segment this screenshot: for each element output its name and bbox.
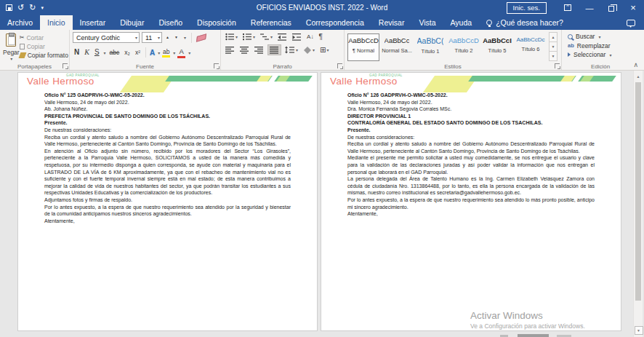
minimize-button[interactable]: — bbox=[579, 0, 600, 15]
bold-button[interactable]: N bbox=[73, 48, 81, 57]
ribbon-display-options-button[interactable] bbox=[557, 0, 579, 15]
document-area[interactable]: GAD PARROQUIAL Valle Hermoso Oficio N° 1… bbox=[0, 71, 644, 337]
line-spacing-button[interactable]: ▾ bbox=[283, 45, 299, 55]
paragraph: Mediante el presente me permito solicita… bbox=[347, 154, 595, 175]
tab-vista[interactable]: Vista bbox=[411, 15, 443, 30]
justify-button[interactable] bbox=[267, 44, 281, 55]
superscript-button[interactable]: x² bbox=[134, 49, 142, 57]
tab-ayuda[interactable]: Ayuda bbox=[443, 15, 480, 30]
close-button[interactable]: × bbox=[622, 0, 644, 15]
clipboard-dialog-launcher-icon[interactable] bbox=[63, 63, 68, 68]
cut-button[interactable]: ✂Cortar bbox=[20, 34, 68, 41]
sign-in-button[interactable]: Inic. ses. bbox=[507, 2, 547, 14]
tab-diseno[interactable]: Diseño bbox=[151, 15, 190, 30]
sort-button[interactable]: A↓ bbox=[305, 33, 315, 41]
change-case-button[interactable]: ▾ bbox=[182, 35, 188, 41]
styles-scroll-down-icon[interactable]: ▼ bbox=[550, 42, 557, 52]
shrink-font-button[interactable]: ▼ bbox=[173, 35, 180, 40]
bullets-button[interactable]: ▾ bbox=[224, 32, 239, 41]
numbering-button[interactable]: ▾ bbox=[241, 32, 257, 41]
replace-button[interactable]: abReemplazar bbox=[568, 42, 636, 49]
font-color-button[interactable]: A bbox=[177, 47, 185, 58]
format-painter-button[interactable]: Copiar formato bbox=[20, 52, 68, 59]
recipient-title: PREFECTA PROVINCIAL DE SANTO DOMINGO DE … bbox=[44, 113, 291, 120]
paragraph: Reciba un cordial y atento saludo a nomb… bbox=[347, 140, 595, 154]
paragraph-dialog-launcher-icon[interactable] bbox=[337, 63, 342, 68]
text-effects-dropdown-icon[interactable]: ▾ bbox=[158, 50, 160, 55]
letter-body[interactable]: Oficio N° 125 GADPRVH-O-WMC-05-2022. Val… bbox=[18, 92, 317, 224]
tab-disposicion[interactable]: Disposición bbox=[190, 15, 243, 30]
style-titulo-5[interactable]: AaBbCcITítulo 5 bbox=[481, 33, 513, 61]
letter-body[interactable]: Oficio N° 126 GADPRVH-O-WMC-05-2022. Val… bbox=[321, 92, 621, 218]
save-icon[interactable] bbox=[6, 4, 12, 11]
styles-more-icon[interactable]: ▼ bbox=[550, 52, 557, 60]
recipient-institution: CONTRALORÍA GENERAL DEL ESTADO SANTO DOM… bbox=[347, 119, 595, 127]
decrease-indent-button[interactable] bbox=[276, 32, 289, 41]
font-color-dropdown-icon[interactable]: ▾ bbox=[188, 50, 190, 55]
text-effects-button[interactable]: A bbox=[150, 49, 155, 57]
align-left-button[interactable] bbox=[224, 45, 236, 55]
highlight-button[interactable]: ab bbox=[162, 48, 170, 58]
paste-button[interactable]: Pegar ▾ bbox=[3, 32, 20, 61]
highlight-dropdown-icon[interactable]: ▾ bbox=[173, 50, 175, 55]
borders-button[interactable]: ⊞▾ bbox=[318, 46, 330, 55]
shading-button[interactable]: ▾ bbox=[302, 45, 316, 55]
paragraph: Adjuntamos fotos y firmas de respaldo. bbox=[44, 197, 291, 204]
strikethrough-button[interactable]: abc bbox=[108, 49, 121, 57]
italic-button[interactable]: K bbox=[83, 48, 91, 57]
paste-dropdown-icon[interactable]: ▾ bbox=[10, 56, 12, 61]
select-button[interactable]: Seleccionar▾ bbox=[568, 51, 636, 58]
styles-gallery: AaBbCcD¶ Normal AaBbCcNormal Sa... AaBbC… bbox=[347, 32, 547, 61]
tell-me-box[interactable]: ¿Qué desea hacer? bbox=[479, 15, 571, 30]
style-normal-sa[interactable]: AaBbCcNormal Sa... bbox=[381, 33, 413, 61]
increase-indent-button[interactable] bbox=[291, 32, 303, 41]
clear-formatting-icon[interactable] bbox=[196, 33, 206, 41]
font-size-combobox[interactable]: 11▾ bbox=[142, 32, 162, 43]
scroll-up-icon[interactable]: ▲ bbox=[635, 72, 642, 81]
tab-referencias[interactable]: Referencias bbox=[243, 15, 299, 30]
underline-dropdown-icon[interactable]: ▾ bbox=[104, 50, 106, 55]
lightbulb-icon bbox=[486, 20, 492, 25]
style-titulo-6[interactable]: AaBbCcDcTítulo 6 bbox=[515, 33, 547, 61]
tab-insertar[interactable]: Insertar bbox=[73, 15, 113, 30]
vertical-scrollbar[interactable]: ▲ ▼ bbox=[633, 71, 643, 337]
collapse-ribbon-icon[interactable]: ∧ bbox=[633, 61, 638, 68]
paragraph: La persona delegada del Área de Talento … bbox=[347, 175, 595, 197]
qat-customize-icon[interactable]: ▾ bbox=[41, 5, 44, 10]
multilevel-list-button[interactable]: ▾ bbox=[259, 32, 274, 41]
font-dialog-launcher-icon[interactable] bbox=[214, 63, 219, 68]
word-window: ↺ ↻ ▾ OFICIOS ENVIADOS INST. 2022 - Word… bbox=[0, 0, 644, 337]
restore-button[interactable] bbox=[600, 0, 622, 15]
underline-button[interactable]: S bbox=[93, 48, 101, 57]
tab-revisar[interactable]: Revisar bbox=[371, 15, 412, 30]
tell-me-label: ¿Qué desea hacer? bbox=[496, 18, 563, 27]
tab-archivo[interactable]: Archivo bbox=[0, 15, 40, 30]
styles-scroll-up-icon[interactable]: ▲ bbox=[550, 33, 557, 42]
letterhead-logo: Valle Hermoso bbox=[27, 76, 94, 87]
redo-icon[interactable]: ↻ bbox=[29, 4, 36, 12]
tab-correspondencia[interactable]: Correspondencia bbox=[299, 15, 371, 30]
style-titulo-2[interactable]: AaBbCcDTítulo 2 bbox=[448, 33, 480, 61]
tab-dibujar[interactable]: Dibujar bbox=[113, 15, 151, 30]
recipient-present: Presente. bbox=[44, 119, 291, 127]
font-name-combobox[interactable]: Century Gothic▾ bbox=[73, 32, 140, 43]
align-right-button[interactable] bbox=[253, 45, 265, 55]
page-2[interactable]: GAD PARROQUIAL Valle Hermoso Oficio N° 1… bbox=[321, 72, 621, 331]
scrollbar-thumb[interactable] bbox=[635, 82, 641, 301]
style-normal[interactable]: AaBbCcD¶ Normal bbox=[347, 33, 379, 61]
undo-icon[interactable]: ↺ bbox=[17, 4, 24, 12]
tab-inicio[interactable]: Inicio bbox=[40, 15, 73, 30]
feedback-icon[interactable] bbox=[627, 20, 635, 26]
page-1[interactable]: GAD PARROQUIAL Valle Hermoso Oficio N° 1… bbox=[17, 72, 318, 331]
paragraph: Por lo antes expuesto, a la espera de qu… bbox=[347, 197, 595, 210]
styles-dialog-launcher-icon[interactable] bbox=[555, 63, 560, 68]
align-center-button[interactable] bbox=[238, 45, 251, 55]
grow-font-button[interactable]: ▲ bbox=[164, 35, 171, 40]
show-hide-pilcrow-button[interactable]: ¶ bbox=[317, 33, 323, 41]
copy-button[interactable]: Copiar bbox=[20, 43, 68, 50]
style-titulo-1[interactable]: AaBbC(Título 1 bbox=[414, 33, 446, 61]
subscript-button[interactable]: x₂ bbox=[123, 49, 132, 57]
scroll-down-icon[interactable]: ▼ bbox=[635, 326, 643, 335]
find-button[interactable]: Buscar▾ bbox=[568, 33, 636, 40]
format-painter-icon bbox=[18, 52, 26, 58]
